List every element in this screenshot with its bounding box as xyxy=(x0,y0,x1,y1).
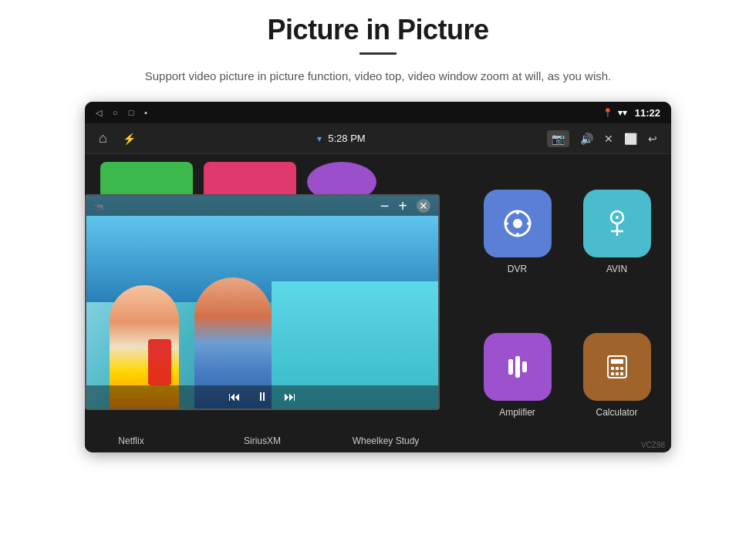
avin-svg-icon xyxy=(600,207,634,240)
pip-record-icon: 📹 xyxy=(94,202,103,210)
app-cell-dvr: DVR xyxy=(472,165,562,299)
calculator-icon-box[interactable] xyxy=(583,333,651,401)
svg-rect-17 xyxy=(620,367,623,370)
svg-point-7 xyxy=(616,216,619,219)
nav-bar: ⌂ ⚡ ▾ 5:28 PM 📷 🔊 ✕ ⬜ ↩ xyxy=(85,123,671,154)
main-content: 📹 − + ✕ ⏮ ⏸ ⏭ xyxy=(85,154,671,452)
svg-point-3 xyxy=(516,233,519,236)
dvr-label: DVR xyxy=(508,264,527,274)
usb-icon: ⚡ xyxy=(123,133,136,145)
status-bar-nav: ◁ ○ □ ▪ xyxy=(96,108,147,118)
nav-bar-right: 📷 🔊 ✕ ⬜ ↩ xyxy=(547,130,657,147)
svg-rect-12 xyxy=(522,361,527,372)
watermark: VCZ98 xyxy=(641,441,665,449)
pip-video-inner xyxy=(86,196,438,409)
netflix-label: Netflix xyxy=(93,435,170,446)
avin-icon-box[interactable] xyxy=(583,190,651,257)
svg-point-5 xyxy=(527,222,530,225)
wifi-signal-icon: ▾ xyxy=(317,133,322,144)
back-button[interactable]: ↩ xyxy=(648,133,657,145)
dvr-svg-icon xyxy=(501,207,535,240)
screenshot-icon[interactable]: ▪ xyxy=(144,108,147,117)
amplifier-label: Amplifier xyxy=(499,407,535,418)
wheelkey-label: Wheelkey Study xyxy=(347,435,424,446)
svg-point-1 xyxy=(513,219,522,228)
home-button[interactable]: ⌂ xyxy=(99,130,107,146)
svg-point-2 xyxy=(516,211,519,214)
next-button[interactable]: ⏭ xyxy=(284,390,296,404)
back-icon[interactable]: ◁ xyxy=(96,108,102,118)
status-time: 11:22 xyxy=(635,107,660,119)
pip-plus-icon[interactable]: + xyxy=(398,197,407,215)
avin-label: AVIN xyxy=(606,264,627,274)
camera-icon[interactable]: 📷 xyxy=(547,130,569,147)
amplifier-icon-box[interactable] xyxy=(484,333,552,401)
nav-time: 5:28 PM xyxy=(328,133,365,144)
title-divider xyxy=(359,52,397,55)
svg-rect-18 xyxy=(611,372,614,375)
pip-controls-bar: 📹 − + ✕ xyxy=(86,196,438,216)
app-cell-avin: AVIN xyxy=(572,165,662,299)
pip-app-labels: Netflix SiriusXM Wheelkey Study xyxy=(85,410,463,452)
amplifier-svg-icon xyxy=(501,350,535,384)
status-bar: ◁ ○ □ ▪ 📍 ▾▾ 11:22 xyxy=(85,102,671,123)
svg-rect-11 xyxy=(515,356,520,378)
pip-size-controls: − + ✕ xyxy=(380,197,430,215)
svg-rect-14 xyxy=(611,359,623,364)
page-title: Picture in Picture xyxy=(267,14,488,46)
dvr-icon-box[interactable] xyxy=(484,190,552,257)
window-icon[interactable]: ⬜ xyxy=(624,133,637,145)
svg-rect-15 xyxy=(611,367,614,370)
nav-bar-left: ⌂ ⚡ xyxy=(99,130,136,146)
pip-area: 📹 − + ✕ ⏮ ⏸ ⏭ xyxy=(85,154,463,452)
pip-close-icon[interactable]: ✕ xyxy=(417,199,430,213)
page-subtitle: Support video picture in picture functio… xyxy=(145,67,611,85)
red-element xyxy=(148,339,171,385)
nav-bar-center: ▾ 5:28 PM xyxy=(317,133,365,144)
svg-rect-10 xyxy=(508,359,513,375)
siriusxm-label: SiriusXM xyxy=(224,435,301,446)
pip-minus-icon[interactable]: − xyxy=(380,197,390,215)
volume-icon[interactable]: 🔊 xyxy=(580,133,593,145)
device-frame: ◁ ○ □ ▪ 📍 ▾▾ 11:22 ⌂ ⚡ ▾ 5:28 PM 📷 xyxy=(85,102,671,452)
wifi-icon: ▾▾ xyxy=(618,108,627,118)
svg-rect-19 xyxy=(616,372,619,375)
recent-icon[interactable]: □ xyxy=(129,108,134,117)
pip-video[interactable]: 📹 − + ✕ ⏮ ⏸ ⏭ xyxy=(85,194,440,410)
prev-button[interactable]: ⏮ xyxy=(228,390,241,404)
app-cell-amplifier: Amplifier xyxy=(472,308,562,442)
app-cell-calculator: Calculator xyxy=(572,308,662,442)
calculator-svg-icon xyxy=(600,350,634,384)
status-bar-right: 📍 ▾▾ 11:22 xyxy=(602,107,660,119)
location-icon: 📍 xyxy=(602,108,613,118)
home-icon[interactable]: ○ xyxy=(113,108,118,117)
svg-rect-20 xyxy=(620,372,623,375)
svg-rect-16 xyxy=(616,367,619,370)
play-pause-button[interactable]: ⏸ xyxy=(256,390,268,404)
svg-point-4 xyxy=(505,222,508,225)
calculator-label: Calculator xyxy=(596,407,637,418)
app-grid-right: DVR AVIN xyxy=(463,154,671,452)
pip-bottom-controls: ⏮ ⏸ ⏭ xyxy=(86,385,438,409)
close-icon[interactable]: ✕ xyxy=(604,133,613,145)
